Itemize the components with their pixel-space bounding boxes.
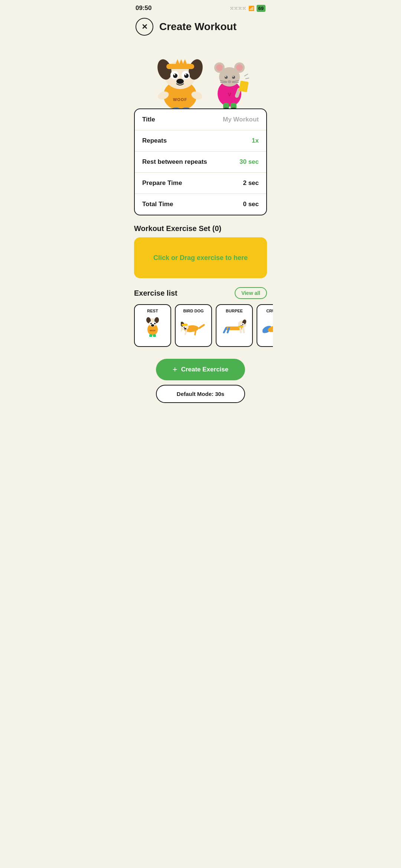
svg-point-34	[232, 76, 234, 77]
svg-point-65	[184, 328, 186, 329]
svg-point-74	[242, 324, 244, 325]
svg-point-14	[185, 74, 186, 75]
exercise-card-rest[interactable]: REST WOOF	[134, 304, 171, 347]
form-row-repeats[interactable]: Repeats 1x	[135, 130, 266, 152]
rest-label: Rest between repeats	[142, 158, 207, 166]
svg-rect-42	[223, 103, 229, 108]
svg-rect-70	[182, 324, 188, 326]
svg-line-69	[195, 331, 196, 335]
svg-rect-57	[149, 334, 152, 337]
exercise-list-title: Exercise list	[134, 289, 177, 298]
status-icons: ⁙⁙⁙⁙ 📶 69	[230, 5, 265, 12]
svg-point-54	[150, 323, 152, 324]
svg-line-47	[245, 78, 249, 79]
drop-zone-text: Click or Drag exercise to here	[153, 254, 248, 262]
exercise-set-title: Workout Exercise Set (0)	[128, 223, 273, 237]
form-row-rest[interactable]: Rest between repeats 30 sec	[135, 152, 266, 173]
exercise-card-burpee[interactable]: BURPEE	[216, 304, 253, 347]
exercise-name-burpee: BURPEE	[226, 309, 243, 313]
svg-point-64	[184, 326, 185, 328]
svg-rect-41	[239, 81, 249, 92]
svg-point-12	[184, 74, 189, 78]
svg-rect-81	[238, 326, 243, 328]
close-icon: ✕	[141, 23, 148, 30]
svg-line-77	[240, 328, 241, 332]
status-time: 09:50	[136, 4, 151, 12]
svg-point-28	[236, 64, 243, 71]
plus-icon: +	[173, 365, 177, 374]
exercise-card-crunch[interactable]: CRUNCH	[257, 304, 273, 347]
exercise-list-header: Exercise list View all	[128, 287, 273, 304]
exercise-img-bird-dog	[180, 316, 206, 337]
drop-zone[interactable]: Click or Drag exercise to here	[134, 237, 267, 278]
svg-rect-5	[166, 64, 194, 69]
exercise-name-bird-dog: BIRD DOG	[183, 309, 204, 313]
form-card: Title My Workout Repeats 1x Rest between…	[134, 108, 267, 215]
create-exercise-label: Create Exercise	[181, 366, 229, 373]
exercise-scroll: REST WOOF BIRD DOG	[128, 304, 273, 356]
page-title: Create Workout	[159, 21, 237, 33]
svg-point-27	[216, 64, 223, 71]
prepare-value: 2 sec	[243, 179, 259, 187]
repeats-label: Repeats	[142, 137, 167, 144]
svg-line-46	[244, 74, 248, 76]
svg-point-13	[174, 74, 175, 75]
svg-point-56	[151, 324, 154, 326]
signal-icon: ⁙⁙⁙⁙	[230, 6, 246, 11]
svg-rect-43	[231, 103, 237, 108]
exercise-img-crunch	[262, 316, 273, 337]
prepare-label: Prepare Time	[142, 179, 182, 187]
svg-point-55	[154, 323, 156, 324]
svg-text:V: V	[228, 92, 231, 97]
svg-point-11	[173, 74, 177, 78]
default-mode-button[interactable]: Default Mode: 30s	[156, 385, 245, 403]
total-label: Total Time	[142, 201, 173, 208]
svg-line-78	[243, 328, 244, 332]
repeats-value: 1x	[252, 137, 259, 144]
header: ✕ Create Workout	[128, 15, 273, 42]
rest-value: 30 sec	[239, 158, 259, 166]
svg-line-79	[224, 328, 226, 332]
exercise-img-rest: WOOF	[140, 316, 166, 337]
exercise-img-burpee	[221, 316, 247, 337]
mouse-mascot: V	[209, 55, 250, 108]
form-row-total: Total Time 0 sec	[135, 194, 266, 215]
status-bar: 09:50 ⁙⁙⁙⁙ 📶 69	[128, 0, 273, 15]
form-row-title[interactable]: Title My Workout	[135, 109, 266, 130]
battery-indicator: 69	[257, 5, 265, 12]
svg-text:WOOF: WOOF	[150, 329, 156, 332]
form-row-prepare[interactable]: Prepare Time 2 sec	[135, 173, 266, 194]
wifi-icon: 📶	[248, 6, 254, 11]
svg-point-35	[228, 80, 231, 83]
create-exercise-button[interactable]: + Create Exercise	[156, 359, 245, 380]
svg-line-67	[199, 325, 204, 328]
exercise-card-bird-dog[interactable]: BIRD DOG	[175, 304, 212, 347]
svg-line-66	[181, 328, 183, 332]
exercise-name-rest: REST	[147, 309, 158, 313]
close-button[interactable]: ✕	[136, 18, 153, 36]
svg-text:WOOF: WOOF	[173, 97, 187, 102]
dog-mascot: WOOF	[151, 43, 209, 108]
exercise-name-crunch: CRUNCH	[266, 309, 273, 313]
bottom-actions: + Create Exercise Default Mode: 30s	[128, 356, 273, 410]
svg-rect-58	[153, 334, 156, 337]
svg-point-33	[225, 76, 226, 77]
title-value: My Workout	[223, 116, 259, 123]
view-all-button[interactable]: View all	[235, 287, 267, 299]
mascot-area: WOOF V	[128, 42, 273, 108]
total-value: 0 sec	[243, 201, 259, 208]
title-label: Title	[142, 116, 155, 123]
svg-point-15	[176, 79, 184, 84]
